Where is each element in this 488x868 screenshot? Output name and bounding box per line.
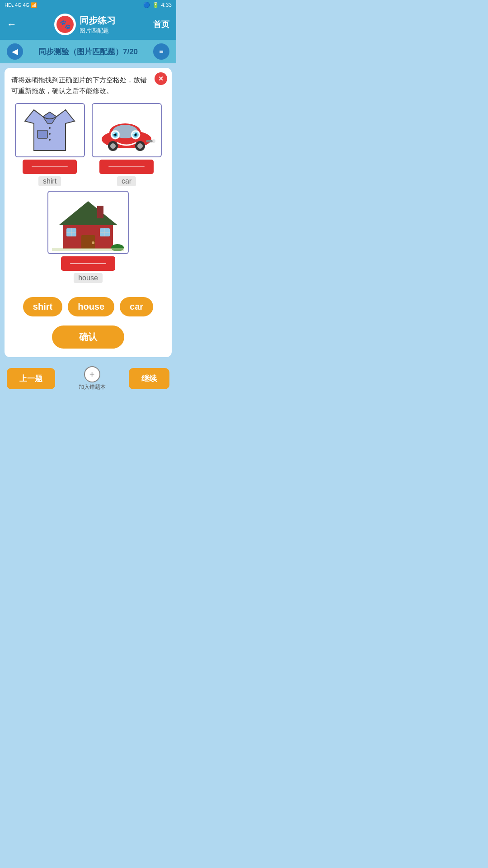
house-drop-line: [70, 263, 106, 264]
bottom-center: + 加入错题本: [79, 366, 106, 391]
divider: [11, 290, 165, 290]
instruction-text: 请将选项拖拽到正确图片的下方空格处，放错可重新拖放，确认之后不能修改。: [11, 75, 165, 96]
back-button[interactable]: ←: [7, 19, 17, 30]
svg-point-22: [152, 139, 155, 143]
word-chip-house[interactable]: house: [68, 297, 114, 316]
svg-marker-26: [59, 201, 117, 225]
logo-inner: 🐾: [56, 16, 74, 33]
word-chip-shirt[interactable]: shirt: [23, 297, 62, 316]
svg-point-24: [133, 132, 135, 134]
status-right: 🔵 🔋 4:33: [143, 2, 172, 8]
confirm-button[interactable]: 确认: [52, 326, 124, 349]
svg-rect-2: [38, 130, 47, 138]
svg-point-23: [113, 132, 115, 134]
nav-title: 同步测验（图片匹配题）7/20: [38, 47, 138, 57]
svg-point-4: [49, 133, 51, 135]
prev-button[interactable]: 上一题: [7, 368, 55, 389]
status-bar: HD₁ 4G 4G 📶 🔵 🔋 4:33: [0, 0, 176, 10]
svg-point-16: [135, 134, 136, 136]
house-wrapper: house: [11, 191, 165, 283]
shirt-svg: [20, 108, 79, 153]
house-word-label: house: [74, 273, 103, 283]
logo: 🐾: [54, 14, 76, 35]
signal-icon: HD₁ 4G 4G: [5, 2, 29, 8]
logo-paw-icon: 🐾: [60, 19, 71, 30]
header-titles: 同步练习 图片匹配题: [80, 14, 116, 35]
car-drop-zone[interactable]: [99, 160, 154, 174]
word-chip-car[interactable]: car: [120, 297, 153, 316]
content-card: ✕ 请将选项拖拽到正确图片的下方空格处，放错可重新拖放，确认之后不能修改。: [5, 68, 172, 357]
house-drop-zone[interactable]: [61, 256, 115, 271]
car-svg: [97, 108, 156, 153]
home-button[interactable]: 首页: [153, 19, 169, 30]
header: ← 🐾 同步练习 图片匹配题 首页: [0, 10, 176, 40]
nav-back-button[interactable]: ◀: [7, 43, 23, 60]
wifi-icon: 📶: [31, 2, 37, 8]
header-title-main: 同步练习: [80, 14, 116, 27]
shirt-word-label: shirt: [38, 176, 61, 186]
header-title-sub: 图片匹配题: [80, 27, 116, 35]
house-image-box: [47, 191, 129, 254]
bottom-bar: 上一题 + 加入错题本 继续: [0, 362, 176, 393]
car-drop-line: [108, 166, 145, 167]
house-svg: [52, 194, 124, 251]
status-left: HD₁ 4G 4G 📶: [5, 2, 37, 8]
shirt-item: shirt: [15, 103, 85, 186]
svg-point-18: [110, 143, 116, 149]
shirt-image-box: [15, 103, 85, 157]
header-center: 🐾 同步练习 图片匹配题: [54, 14, 116, 35]
word-options: shirt house car: [11, 297, 165, 316]
svg-point-28: [92, 241, 94, 244]
add-label: 加入错题本: [79, 383, 106, 391]
car-image-box: [92, 103, 162, 157]
svg-point-12: [114, 134, 116, 136]
shirt-drop-zone[interactable]: [23, 160, 77, 174]
close-button[interactable]: ✕: [155, 72, 167, 85]
nav-bar: ◀ 同步测验（图片匹配题）7/20 ≡: [0, 40, 176, 63]
battery-icon: 🔋: [152, 2, 159, 8]
add-to-error-book-button[interactable]: +: [84, 366, 100, 382]
time: 4:33: [161, 2, 172, 8]
svg-rect-21: [146, 140, 153, 142]
car-word-label: car: [117, 176, 136, 186]
car-item: car: [92, 103, 162, 186]
images-top-row: shirt: [11, 103, 165, 186]
shirt-drop-line: [32, 166, 68, 167]
svg-point-5: [49, 139, 51, 141]
svg-rect-37: [52, 248, 124, 251]
svg-point-3: [49, 127, 51, 129]
svg-rect-35: [97, 206, 103, 218]
next-button[interactable]: 继续: [129, 368, 169, 389]
svg-point-20: [137, 143, 143, 149]
bluetooth-icon: 🔵: [143, 2, 150, 8]
nav-menu-button[interactable]: ≡: [153, 43, 169, 60]
